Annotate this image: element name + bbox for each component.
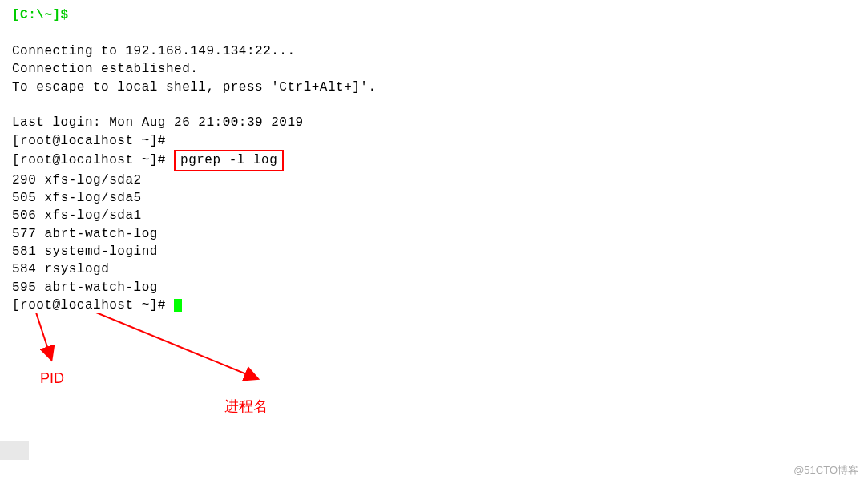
output-row: 584 rsyslogd (12, 260, 856, 278)
process-name: xfs-log/sda5 (44, 191, 141, 205)
shell-prompt: [C:\~]$ (12, 6, 856, 24)
output-row: 577 abrt-watch-log (12, 225, 856, 243)
process-name: rsyslogd (44, 262, 109, 276)
escape-line: To escape to local shell, press 'Ctrl+Al… (12, 79, 856, 96)
process-name: systemd-logind (44, 244, 157, 259)
prompt-prefix: [r (12, 298, 28, 313)
pid-value: 505 (12, 191, 36, 205)
output-row: 290 xfs-log/sda2 (12, 171, 856, 189)
svg-line-1 (36, 313, 50, 354)
output-row: 595 abrt-watch-log (12, 279, 856, 296)
prompt-text: [C:\~]$ (12, 8, 69, 22)
pid-value: 584 (12, 262, 36, 276)
pid-value: 506 (12, 208, 36, 223)
pid-arrow-icon (24, 313, 72, 369)
pid-value: 595 (12, 280, 36, 295)
process-name: abrt-watch-log (44, 280, 157, 295)
terminal-window: [C:\~]$ Connecting to 192.168.149.134:22… (0, 0, 868, 321)
cursor-icon (174, 299, 182, 312)
procname-annotation-label: 进程名 (224, 397, 268, 416)
root-prompt-label: [root@localhost ~]# (12, 153, 174, 167)
pid-value: 577 (12, 227, 36, 241)
pid-value: 290 (12, 173, 36, 188)
procname-arrow-icon (88, 313, 273, 393)
pid-value: 581 (12, 244, 36, 259)
prompt-mid: o (28, 298, 36, 313)
command-highlight-box: pgrep -l log (174, 150, 284, 171)
decorative-block (0, 441, 29, 460)
lastlogin-line: Last login: Mon Aug 26 21:00:39 2019 (12, 114, 856, 131)
blank-line (12, 24, 856, 42)
command-line: [root@localhost ~]# pgrep -l log (12, 150, 856, 171)
svg-line-3 (96, 313, 252, 377)
output-row: 506 xfs-log/sda1 (12, 207, 856, 224)
blank-line (12, 96, 856, 114)
process-name: xfs-log/sda1 (44, 208, 141, 223)
output-row: 505 xfs-log/sda5 (12, 189, 856, 207)
process-name: abrt-watch-log (44, 227, 157, 241)
watermark-text: @51CTO博客 (793, 463, 858, 478)
prompt-suffix: ot@localhost ~]# (36, 298, 174, 313)
established-line: Connection established. (12, 60, 856, 78)
pgrep-command: pgrep -l log (180, 153, 277, 167)
connecting-line: Connecting to 192.168.149.134:22... (12, 42, 856, 60)
process-name: xfs-log/sda2 (44, 173, 141, 188)
output-row: 581 systemd-logind (12, 243, 856, 260)
root-prompt-empty: [root@localhost ~]# (12, 132, 856, 150)
pid-annotation-label: PID (40, 370, 64, 387)
